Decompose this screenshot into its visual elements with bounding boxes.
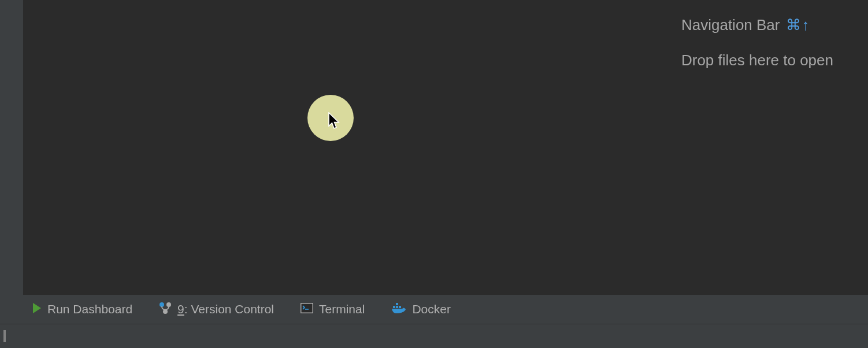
- tool-terminal[interactable]: Terminal: [301, 302, 365, 316]
- svg-point-0: [159, 302, 164, 307]
- editor-hints: Navigation Bar ⌘ ↑ Drop files here to op…: [681, 16, 833, 87]
- hint-drop-files: Drop files here to open: [681, 51, 833, 69]
- mnemonic-9: 9: [177, 302, 184, 316]
- tool-version-control-label: 9: Version Control: [177, 302, 274, 316]
- arrow-up-glyph: ↑: [802, 16, 810, 34]
- cursor-highlight-circle: [307, 95, 354, 141]
- terminal-icon: [301, 302, 313, 316]
- hint-drop-files-label: Drop files here to open: [681, 51, 833, 69]
- tool-run-dashboard[interactable]: Run Dashboard: [32, 302, 132, 316]
- hint-navigation-bar-label: Navigation Bar: [681, 16, 780, 34]
- svg-rect-4: [302, 304, 313, 313]
- play-icon: [32, 302, 42, 316]
- branch-icon: [159, 302, 172, 317]
- hint-navigation-bar: Navigation Bar ⌘ ↑: [681, 16, 833, 34]
- svg-rect-5: [305, 309, 309, 310]
- shortcut-cmd-up: ⌘ ↑: [786, 16, 810, 34]
- tool-version-control[interactable]: 9: Version Control: [159, 302, 274, 317]
- tool-terminal-label: Terminal: [319, 302, 365, 316]
- status-bar: [0, 324, 868, 348]
- svg-point-2: [163, 309, 168, 314]
- editor-empty-area[interactable]: Navigation Bar ⌘ ↑ Drop files here to op…: [23, 0, 868, 295]
- svg-rect-7: [396, 306, 398, 308]
- svg-point-1: [166, 302, 171, 307]
- svg-rect-6: [393, 306, 395, 308]
- tool-docker-label: Docker: [412, 302, 451, 316]
- docker-icon: [391, 302, 406, 317]
- svg-rect-9: [396, 303, 398, 305]
- tool-run-dashboard-label: Run Dashboard: [47, 302, 132, 316]
- tool-docker[interactable]: Docker: [391, 302, 451, 317]
- cmd-glyph: ⌘: [786, 16, 801, 34]
- left-tool-gutter: [0, 0, 23, 295]
- tool-windows-toggle-icon[interactable]: [3, 331, 6, 342]
- bottom-tool-window-bar: Run Dashboard 9: Version Control Termina…: [0, 295, 868, 324]
- svg-rect-8: [399, 306, 401, 308]
